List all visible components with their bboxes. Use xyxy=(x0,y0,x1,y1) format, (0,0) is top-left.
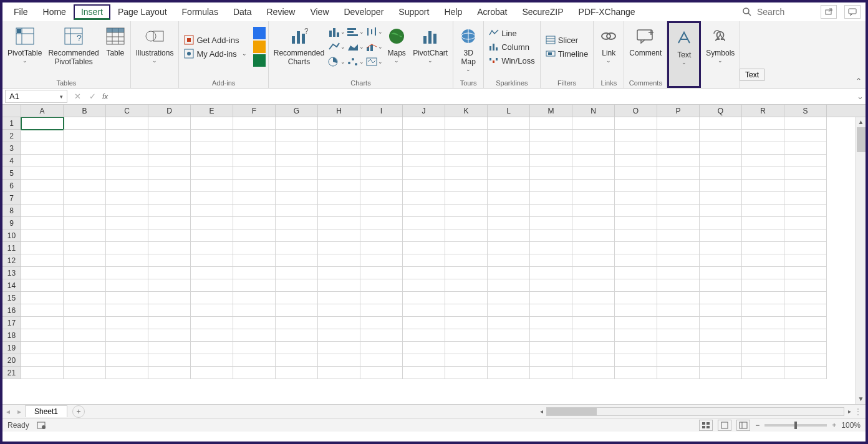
cell[interactable] xyxy=(403,192,445,205)
column-header[interactable]: A xyxy=(21,105,64,117)
row-header[interactable]: 14 xyxy=(2,279,21,292)
tab-file[interactable]: File xyxy=(6,4,36,19)
cell[interactable] xyxy=(191,117,233,130)
cell[interactable] xyxy=(657,329,700,342)
cell[interactable] xyxy=(233,254,276,267)
cell[interactable] xyxy=(572,267,615,279)
cell[interactable] xyxy=(148,304,191,317)
cell[interactable] xyxy=(657,279,700,292)
sparkline-column-button[interactable]: Column xyxy=(486,41,537,53)
cell[interactable] xyxy=(572,354,615,367)
cell[interactable] xyxy=(615,267,657,279)
scroll-left-icon[interactable]: ◂ xyxy=(536,408,546,415)
cell[interactable] xyxy=(572,180,615,192)
cell[interactable] xyxy=(488,180,530,192)
cell[interactable] xyxy=(21,304,64,317)
cell[interactable] xyxy=(106,317,148,329)
cell[interactable] xyxy=(615,254,657,267)
column-header[interactable]: L xyxy=(488,105,530,117)
cell[interactable] xyxy=(488,292,530,304)
cell[interactable] xyxy=(615,304,657,317)
cell[interactable] xyxy=(233,317,276,329)
collapse-ribbon-button[interactable]: ⌃ xyxy=(856,77,862,85)
cell[interactable] xyxy=(64,342,106,354)
cell[interactable] xyxy=(233,229,276,242)
cell[interactable] xyxy=(530,229,572,242)
cell[interactable] xyxy=(742,317,784,329)
cell[interactable] xyxy=(700,155,742,167)
cell[interactable] xyxy=(403,130,445,142)
cell[interactable] xyxy=(64,167,106,180)
cell[interactable] xyxy=(106,242,148,254)
cell[interactable] xyxy=(21,354,64,367)
horizontal-scroll-thumb[interactable] xyxy=(547,408,597,415)
tab-view[interactable]: View xyxy=(302,4,336,19)
cell[interactable] xyxy=(191,367,233,379)
cell[interactable] xyxy=(191,229,233,242)
cell[interactable] xyxy=(742,329,784,342)
normal-view-button[interactable] xyxy=(699,420,713,431)
row-header[interactable]: 2 xyxy=(2,130,21,142)
cell[interactable] xyxy=(784,217,827,229)
cell[interactable] xyxy=(360,180,403,192)
tab-pdf-xchange[interactable]: PDF-XChange xyxy=(571,4,643,19)
cell[interactable] xyxy=(276,192,318,205)
cell[interactable] xyxy=(360,142,403,155)
cell[interactable] xyxy=(148,142,191,155)
cell[interactable] xyxy=(530,279,572,292)
row-header[interactable]: 11 xyxy=(2,242,21,254)
cell[interactable] xyxy=(148,155,191,167)
cell[interactable] xyxy=(403,180,445,192)
cell[interactable] xyxy=(318,367,360,379)
cell[interactable] xyxy=(445,205,488,217)
cell[interactable] xyxy=(233,242,276,254)
cell[interactable] xyxy=(615,167,657,180)
cell[interactable] xyxy=(445,254,488,267)
cell[interactable] xyxy=(276,117,318,130)
sheet-nav-prev-icon[interactable]: ◂ xyxy=(2,407,14,416)
3d-map-button[interactable]: 3D Map ⌄ xyxy=(456,22,481,74)
macro-record-icon[interactable] xyxy=(37,421,47,430)
cell[interactable] xyxy=(615,354,657,367)
cell[interactable] xyxy=(21,329,64,342)
column-chart-button[interactable]: ⌄ xyxy=(328,25,345,39)
cell[interactable] xyxy=(742,367,784,379)
cell[interactable] xyxy=(742,242,784,254)
cell[interactable] xyxy=(360,229,403,242)
cell[interactable] xyxy=(784,304,827,317)
column-header[interactable]: R xyxy=(742,105,784,117)
cell[interactable] xyxy=(615,205,657,217)
row-header[interactable]: 9 xyxy=(2,217,21,229)
cell[interactable] xyxy=(148,267,191,279)
cell[interactable] xyxy=(276,317,318,329)
cell[interactable] xyxy=(360,242,403,254)
cell[interactable] xyxy=(742,217,784,229)
text-button[interactable]: Text ⌄ xyxy=(672,24,697,67)
scroll-right-icon[interactable]: ▸ xyxy=(844,408,854,415)
cell[interactable] xyxy=(64,205,106,217)
cell[interactable] xyxy=(360,354,403,367)
column-header[interactable]: D xyxy=(148,105,191,117)
cell[interactable] xyxy=(106,217,148,229)
cell[interactable] xyxy=(445,217,488,229)
cell[interactable] xyxy=(700,329,742,342)
cell[interactable] xyxy=(657,142,700,155)
cell[interactable] xyxy=(403,304,445,317)
cell[interactable] xyxy=(148,180,191,192)
cell[interactable] xyxy=(148,354,191,367)
cell[interactable] xyxy=(276,205,318,217)
comment-button[interactable]: Comment xyxy=(627,22,664,59)
cell[interactable] xyxy=(64,354,106,367)
cell[interactable] xyxy=(233,279,276,292)
cell[interactable] xyxy=(233,292,276,304)
get-addins-button[interactable]: Get Add-ins xyxy=(181,34,249,46)
cell[interactable] xyxy=(191,317,233,329)
tab-insert[interactable]: Insert xyxy=(74,4,110,20)
cell[interactable] xyxy=(106,367,148,379)
cell[interactable] xyxy=(657,304,700,317)
cell[interactable] xyxy=(403,267,445,279)
cell[interactable] xyxy=(360,267,403,279)
cell[interactable] xyxy=(21,155,64,167)
cell[interactable] xyxy=(360,367,403,379)
cell[interactable] xyxy=(318,292,360,304)
